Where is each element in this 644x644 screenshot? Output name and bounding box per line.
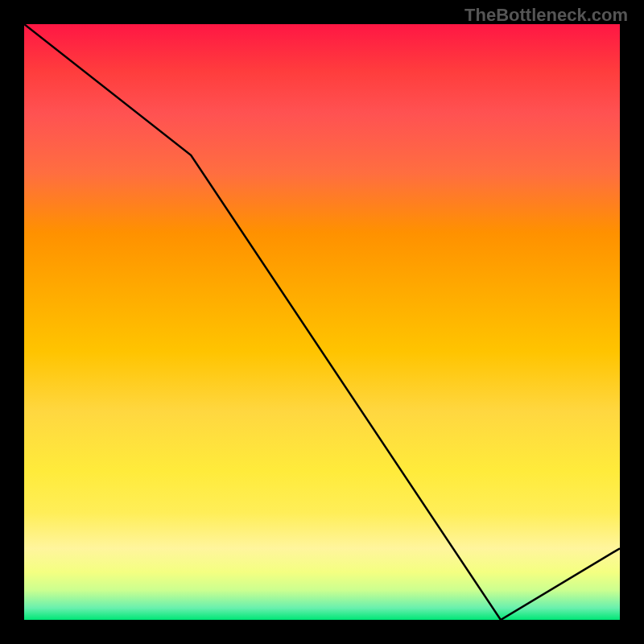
chart-plot-area <box>24 24 620 620</box>
chart-line-svg <box>24 24 620 620</box>
watermark-text: TheBottleneck.com <box>464 5 628 26</box>
chart-line-path <box>24 24 620 620</box>
